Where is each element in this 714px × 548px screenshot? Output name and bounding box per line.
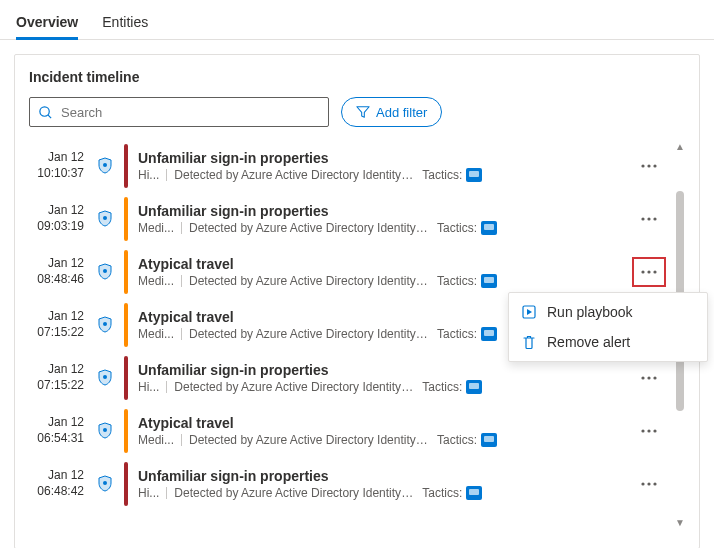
scroll-down-icon[interactable]: ▼ — [675, 515, 685, 529]
menu-remove-alert[interactable]: Remove alert — [509, 327, 707, 357]
alert-title: Atypical travel — [138, 415, 633, 431]
severity-label: Hi... — [138, 486, 159, 500]
shield-icon — [92, 210, 118, 228]
detected-by: Detected by Azure Active Directory Ident… — [189, 433, 429, 447]
severity-bar — [124, 462, 128, 506]
monitor-icon — [481, 221, 497, 235]
monitor-icon — [466, 380, 482, 394]
svg-point-12 — [647, 270, 650, 273]
row-datetime: Jan 1206:48:42 — [29, 468, 92, 499]
row-content: Unfamiliar sign-in propertiesMedi...Dete… — [138, 203, 633, 235]
svg-point-27 — [641, 482, 644, 485]
more-actions-button[interactable] — [633, 217, 665, 221]
tactics-label: Tactics: — [422, 486, 462, 500]
severity-bar — [124, 144, 128, 188]
severity-label: Hi... — [138, 168, 159, 182]
more-actions-button[interactable] — [633, 258, 665, 286]
svg-point-0 — [40, 106, 49, 115]
svg-point-26 — [103, 481, 107, 485]
divider — [166, 169, 167, 181]
timeline-row[interactable]: Jan 1209:03:19Unfamiliar sign-in propert… — [29, 192, 671, 245]
search-box[interactable] — [29, 97, 329, 127]
toolbar: Add filter — [29, 97, 689, 127]
severity-label: Medi... — [138, 327, 174, 341]
row-datetime: Jan 1206:54:31 — [29, 415, 92, 446]
detected-by: Detected by Azure Active Directory Ident… — [174, 486, 414, 500]
monitor-icon — [481, 274, 497, 288]
alert-title: Unfamiliar sign-in properties — [138, 468, 633, 484]
detected-by: Detected by Azure Active Directory Ident… — [174, 380, 414, 394]
search-icon — [38, 105, 53, 120]
svg-point-6 — [103, 216, 107, 220]
row-content: Unfamiliar sign-in propertiesHi...Detect… — [138, 362, 633, 394]
svg-point-21 — [653, 376, 656, 379]
tab-overview[interactable]: Overview — [16, 8, 78, 39]
timeline-row[interactable]: Jan 1206:48:42Unfamiliar sign-in propert… — [29, 457, 671, 510]
severity-bar — [124, 409, 128, 453]
search-input[interactable] — [61, 105, 320, 120]
monitor-icon — [481, 433, 497, 447]
severity-bar — [124, 356, 128, 400]
alert-title: Unfamiliar sign-in properties — [138, 362, 633, 378]
tactics-label: Tactics: — [437, 433, 477, 447]
svg-point-4 — [647, 164, 650, 167]
row-datetime: Jan 1209:03:19 — [29, 203, 92, 234]
svg-point-3 — [641, 164, 644, 167]
divider — [181, 222, 182, 234]
detected-by: Detected by Azure Active Directory Ident… — [189, 327, 429, 341]
tactics-label: Tactics: — [437, 221, 477, 235]
svg-point-24 — [647, 429, 650, 432]
row-content: Unfamiliar sign-in propertiesHi...Detect… — [138, 468, 633, 500]
tab-bar: Overview Entities — [0, 0, 714, 40]
svg-point-11 — [641, 270, 644, 273]
add-filter-button[interactable]: Add filter — [341, 97, 442, 127]
more-actions-button[interactable] — [633, 429, 665, 433]
more-actions-button[interactable] — [633, 164, 665, 168]
row-datetime: Jan 1207:15:22 — [29, 362, 92, 393]
svg-point-14 — [103, 322, 107, 326]
trash-icon — [521, 334, 537, 350]
severity-label: Medi... — [138, 433, 174, 447]
row-datetime: Jan 1210:10:37 — [29, 150, 92, 181]
context-menu: Run playbook Remove alert — [508, 292, 708, 362]
tab-entities[interactable]: Entities — [102, 8, 148, 39]
alert-title: Unfamiliar sign-in properties — [138, 150, 633, 166]
monitor-icon — [466, 168, 482, 182]
tactics-label: Tactics: — [437, 274, 477, 288]
detected-by: Detected by Azure Active Directory Ident… — [174, 168, 414, 182]
panel-title: Incident timeline — [29, 69, 689, 85]
tactics-label: Tactics: — [437, 327, 477, 341]
shield-icon — [92, 157, 118, 175]
svg-point-2 — [103, 163, 107, 167]
severity-bar — [124, 250, 128, 294]
svg-point-20 — [647, 376, 650, 379]
svg-line-1 — [48, 115, 51, 118]
menu-run-playbook[interactable]: Run playbook — [509, 297, 707, 327]
svg-point-28 — [647, 482, 650, 485]
svg-point-8 — [647, 217, 650, 220]
severity-bar — [124, 303, 128, 347]
shield-icon — [92, 422, 118, 440]
svg-point-18 — [103, 375, 107, 379]
row-content: Atypical travelMedi...Detected by Azure … — [138, 415, 633, 447]
severity-label: Hi... — [138, 380, 159, 394]
svg-point-23 — [641, 429, 644, 432]
scroll-up-icon[interactable]: ▲ — [675, 139, 685, 153]
timeline-row[interactable]: Jan 1210:10:37Unfamiliar sign-in propert… — [29, 139, 671, 192]
more-actions-button[interactable] — [633, 482, 665, 486]
playbook-icon — [521, 304, 537, 320]
divider — [166, 381, 167, 393]
svg-point-10 — [103, 269, 107, 273]
filter-icon — [356, 105, 370, 119]
row-datetime: Jan 1207:15:22 — [29, 309, 92, 340]
alert-title: Unfamiliar sign-in properties — [138, 203, 633, 219]
svg-point-29 — [653, 482, 656, 485]
row-datetime: Jan 1208:48:46 — [29, 256, 92, 287]
timeline-row[interactable]: Jan 1206:54:31Atypical travelMedi...Dete… — [29, 404, 671, 457]
more-actions-button[interactable] — [633, 376, 665, 380]
timeline-row[interactable]: Jan 1208:48:46Atypical travelMedi...Dete… — [29, 245, 671, 298]
add-filter-label: Add filter — [376, 105, 427, 120]
detected-by: Detected by Azure Active Directory Ident… — [189, 221, 429, 235]
tactics-label: Tactics: — [422, 168, 462, 182]
divider — [181, 328, 182, 340]
